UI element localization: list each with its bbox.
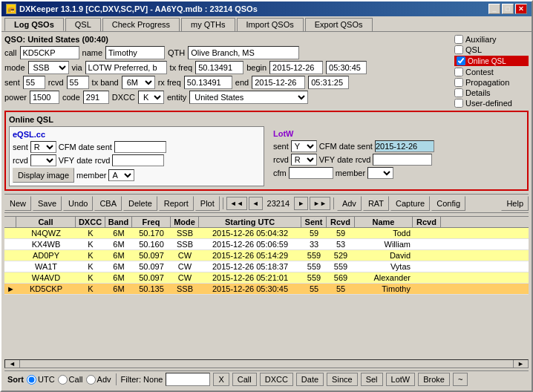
table-row[interactable]: AD0PYK6M50.097CW2015-12-26 05:14:2955952… — [4, 250, 529, 261]
lotw-filter-button[interactable]: LotW — [386, 373, 416, 386]
propagation-checkbox[interactable]: Propagation — [454, 78, 529, 87]
minimize-button[interactable]: _ — [488, 4, 500, 14]
th-sent[interactable]: Sent — [301, 217, 327, 227]
eqsl-date-sent-input[interactable] — [114, 141, 166, 153]
dxcc-select[interactable]: K — [138, 91, 164, 104]
table-row[interactable]: KX4WBK6M50.160SSB2015-12-26 05:06:593353… — [4, 239, 529, 250]
eqsl-date-rcvd-input[interactable] — [112, 154, 164, 166]
th-mode[interactable]: Mode — [171, 217, 199, 227]
auxiliary-checkbox[interactable]: Auxiliary — [454, 35, 529, 44]
tab-check-progress[interactable]: Check Progress — [102, 18, 180, 31]
qsl-checkbox[interactable]: QSL — [454, 45, 529, 54]
th-call[interactable]: Call — [16, 217, 76, 227]
th-rcvd[interactable]: Rcvd — [327, 217, 355, 227]
lotw-cfm-input[interactable] — [289, 167, 333, 179]
rat-button[interactable]: RAT — [363, 196, 389, 211]
th-starting-utc[interactable]: Starting UTC — [199, 217, 301, 227]
dxcc-filter-button[interactable]: DXCC — [260, 373, 293, 386]
via-input[interactable] — [85, 61, 167, 74]
display-image-button[interactable]: Display image — [13, 168, 74, 183]
undo-button[interactable]: Undo — [63, 196, 93, 211]
new-button[interactable]: New — [4, 196, 31, 211]
sel-filter-button[interactable]: Sel — [361, 373, 383, 386]
call-input[interactable] — [20, 46, 79, 59]
rcvd-input[interactable] — [67, 76, 89, 89]
call-filter-button[interactable]: Call — [232, 373, 257, 386]
begin-time-input[interactable] — [326, 61, 367, 74]
th-name[interactable]: Name — [355, 217, 413, 227]
h-scrollbar[interactable]: ◄ ► — [4, 359, 529, 368]
table-row[interactable]: N4QWZK6M50.170SSB2015-12-26 05:04:325959… — [4, 228, 529, 239]
sort-call-radio[interactable]: Call — [58, 375, 83, 385]
power-input[interactable] — [30, 91, 59, 104]
since-filter-button[interactable]: Since — [327, 373, 358, 386]
report-button[interactable]: Report — [159, 196, 194, 211]
tab-import-qsos[interactable]: Import QSOs — [237, 18, 304, 31]
next-next-button[interactable]: ►► — [310, 197, 330, 210]
qth-input[interactable] — [188, 46, 299, 59]
th-rcvd2[interactable]: Rcvd — [413, 217, 441, 227]
begin-date-input[interactable] — [269, 61, 323, 74]
lotw-date-rcvd-input[interactable] — [373, 154, 432, 166]
maximize-button[interactable]: □ — [502, 4, 514, 14]
tx-freq-input[interactable] — [195, 61, 243, 74]
tilde-filter-button[interactable]: ~ — [453, 373, 468, 386]
scroll-left-btn[interactable]: ◄ — [5, 360, 20, 368]
broke-filter-button[interactable]: Broke — [418, 373, 450, 386]
date-filter-button[interactable]: Date — [296, 373, 324, 386]
user-defined-check[interactable] — [454, 99, 463, 108]
details-check[interactable] — [454, 88, 463, 97]
online-qsl-checkbox[interactable]: Online QSL — [454, 56, 529, 66]
tab-qsl[interactable]: QSL — [65, 18, 101, 31]
rx-freq-input[interactable] — [184, 76, 232, 89]
adv-button[interactable]: Adv — [337, 196, 362, 211]
eqsl-sent-select[interactable]: R — [30, 141, 56, 153]
capture-button[interactable]: Capture — [390, 196, 430, 211]
details-checkbox[interactable]: Details — [454, 88, 529, 97]
scroll-track-h[interactable] — [20, 360, 513, 368]
eqsl-member-select[interactable]: A — [108, 169, 134, 181]
online-qsl-check[interactable] — [457, 56, 465, 65]
contest-checkbox[interactable]: Contest — [454, 68, 529, 76]
th-band[interactable]: Band — [105, 217, 132, 227]
prev-prev-button[interactable]: ◄◄ — [226, 197, 247, 210]
sort-adv-radio[interactable]: Adv — [86, 375, 111, 385]
next-button[interactable]: ► — [294, 197, 308, 210]
delete-button[interactable]: Delete — [123, 196, 157, 211]
qsl-check[interactable] — [454, 45, 463, 54]
help-button[interactable]: Help — [501, 196, 529, 211]
plot-button[interactable]: Plot — [195, 196, 220, 211]
tab-export-qsos[interactable]: Export QSOs — [305, 18, 373, 31]
sent-input[interactable] — [23, 76, 45, 89]
config-button[interactable]: Config — [431, 196, 465, 211]
scroll-right-btn[interactable]: ► — [513, 360, 528, 368]
table-row[interactable]: W4AVDK6M50.097CW2015-12-26 05:21:0155956… — [4, 272, 529, 284]
th-freq[interactable]: Freq — [132, 217, 171, 227]
close-button[interactable]: ✕ — [515, 4, 527, 14]
cba-button[interactable]: CBA — [94, 196, 122, 211]
table-row[interactable]: ►KD5CKPK6M50.135SSB2015-12-26 05:30:4555… — [4, 284, 529, 295]
lotw-rcvd-select[interactable]: R — [291, 154, 317, 166]
filter-input[interactable] — [166, 373, 210, 386]
th-dxcc[interactable]: DXCC — [76, 217, 105, 227]
lotw-member-select[interactable] — [367, 167, 393, 179]
name-input[interactable] — [105, 46, 165, 59]
prev-button[interactable]: ◄ — [249, 197, 263, 210]
tab-log-qsos[interactable]: Log QSOs — [4, 18, 64, 31]
contest-check[interactable] — [454, 68, 463, 76]
code-input[interactable] — [83, 91, 109, 104]
table-row[interactable]: WA1TK6M50.097CW2015-12-26 05:18:37559559… — [4, 261, 529, 272]
end-time-input[interactable] — [308, 76, 349, 89]
lotw-sent-select[interactable]: Y — [291, 140, 317, 152]
save-button[interactable]: Save — [33, 196, 62, 211]
eqsl-rcvd-select[interactable] — [30, 154, 56, 166]
sort-utc-radio[interactable]: UTC — [27, 375, 55, 385]
propagation-check[interactable] — [454, 78, 463, 87]
entity-select[interactable]: United States — [189, 91, 308, 104]
user-defined-checkbox[interactable]: User-defined — [454, 99, 529, 108]
end-date-input[interactable] — [252, 76, 305, 89]
filter-clear-button[interactable]: X — [213, 373, 229, 386]
lotw-date-sent-input[interactable] — [375, 140, 434, 152]
mode-select[interactable]: SSB — [28, 61, 69, 74]
auxiliary-check[interactable] — [454, 35, 463, 44]
